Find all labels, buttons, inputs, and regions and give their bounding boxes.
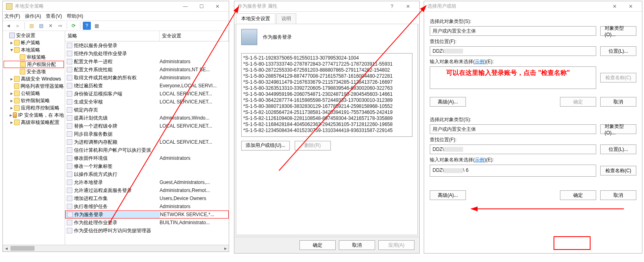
policy-row[interactable]: 修改固件环境值Administrators <box>65 154 229 162</box>
tree-item[interactable]: ▾本地策略 <box>4 46 64 54</box>
scroll-right-icon[interactable]: ▸ <box>222 245 229 252</box>
tree-item[interactable]: ▸应用程序控制策略 <box>4 104 64 111</box>
tree-item[interactable]: ▸帐户策略 <box>4 39 64 46</box>
export-icon[interactable]: ⇨ <box>56 22 64 30</box>
tree-twisty-icon[interactable]: ▸ <box>9 40 14 45</box>
column-policy[interactable]: 策略 <box>65 31 160 41</box>
properties-icon[interactable]: ▦ <box>92 22 100 30</box>
tree-twisty-icon[interactable]: ▸ <box>9 91 14 96</box>
dialog-title: 选择用户或组 <box>427 3 607 10</box>
folder-icon[interactable]: ▧ <box>27 22 35 30</box>
help-button[interactable]: ? <box>384 1 400 12</box>
cancel-button[interactable]: 取消 <box>339 240 375 250</box>
titlebar[interactable]: 作为服务登录 属性 ? ✕ <box>234 1 419 12</box>
object-name-input[interactable]: DDZ\\ 6 <box>430 165 596 177</box>
policy-row[interactable]: 拒绝以服务身份登录 <box>65 41 229 50</box>
menu-view[interactable]: 查看(V) <box>46 13 62 20</box>
tab-description[interactable]: 说明 <box>276 13 296 24</box>
sid-list[interactable]: *S-1-5-21-1928375065-912550113-307995302… <box>241 53 412 137</box>
delete-icon[interactable]: ✕ <box>47 22 55 30</box>
tree-twisty-icon[interactable]: ▾ <box>9 47 14 53</box>
maximize-button[interactable]: ☐ <box>193 1 209 12</box>
menu-action[interactable]: 操作(A) <box>25 13 41 20</box>
policy-row[interactable]: 绕过遍历检查Everyone,LOCAL SERVI... <box>65 82 229 90</box>
add-user-button[interactable]: 添加用户或组(U)... <box>241 141 290 151</box>
tree-label: 帐户策略 <box>21 39 40 46</box>
policy-row[interactable]: 同步目录服务数据 <box>65 130 229 138</box>
help-icon[interactable]: ? <box>83 22 91 30</box>
close-button[interactable]: ✕ <box>400 1 416 12</box>
scroll-thumb[interactable] <box>10 246 35 251</box>
advanced-button[interactable]: 高级(A)... <box>430 97 466 107</box>
column-setting[interactable]: 安全设置 <box>160 31 229 41</box>
policy-row[interactable]: 提高计划优先级Administrators,Windo... <box>65 114 229 122</box>
tree-item[interactable]: ▸公钥策略 <box>4 90 64 97</box>
ok-button[interactable]: 确定 <box>560 190 596 200</box>
tree-item[interactable]: ▸高级审核策略配置 <box>4 119 64 126</box>
policy-row[interactable]: 作为受信任的呼叫方访问凭据管理器 <box>65 227 229 235</box>
object-name-input[interactable]: 可以在这里输入登录账号，点击 "检查名称" <box>430 66 596 89</box>
policy-row[interactable]: 允许本地登录Guest,Administrators,... <box>65 178 229 186</box>
back-icon[interactable]: ◄ <box>4 22 12 30</box>
policy-row[interactable]: 锁定内存页 <box>65 106 229 114</box>
titlebar[interactable]: 本地安全策略 — ☐ ✕ <box>3 1 229 12</box>
policy-row[interactable]: 以操作系统方式执行 <box>65 170 229 178</box>
policy-row[interactable]: 替换一个进程级令牌LOCAL SERVICE,NET... <box>65 122 229 130</box>
tree-item[interactable]: ▸软件限制策略 <box>4 97 64 104</box>
tree-twisty-icon[interactable]: ▸ <box>9 98 14 103</box>
tree-label: 审核策略 <box>27 54 46 61</box>
tree-item[interactable]: ▸高级安全 Windows <box>4 75 64 83</box>
examples-link[interactable]: 示例 <box>475 59 484 64</box>
nav-tree[interactable]: 安全设置▸帐户策略▾本地策略审核策略用户权限分配安全选项▸高级安全 Window… <box>3 31 65 245</box>
policy-row[interactable]: 作为批处理作业登录BUILTIN,Administrato... <box>65 219 229 227</box>
tree-item[interactable]: 用户权限分配 <box>4 61 64 68</box>
tree-twisty-icon[interactable]: ▸ <box>9 112 13 118</box>
scroll-left-icon[interactable]: ◂ <box>3 245 10 252</box>
locations-button[interactable]: 位置(L)... <box>600 144 636 154</box>
policy-row[interactable]: 生成安全审核LOCAL SERVICE,NET... <box>65 98 229 106</box>
policy-row[interactable]: 增加进程工作集Users,Device Owners <box>65 194 229 202</box>
policy-row[interactable]: 为进程调整内存配额LOCAL SERVICE,NET... <box>65 138 229 146</box>
advanced-button[interactable]: 高级(A)... <box>430 190 466 200</box>
tree-twisty-icon[interactable]: ▸ <box>9 120 14 125</box>
tree-item[interactable]: 安全选项 <box>4 68 64 75</box>
horizontal-scrollbar[interactable]: ◂ ▸ <box>3 245 229 252</box>
tree-item[interactable]: 网络列表管理器策略 <box>4 83 64 90</box>
refresh-icon[interactable]: ⟳ <box>70 22 78 30</box>
cancel-button[interactable]: 取消 <box>600 97 636 107</box>
tab-local-security[interactable]: 本地安全设置 <box>236 13 275 24</box>
examples-link[interactable]: 示例 <box>475 157 484 163</box>
object-types-button[interactable]: 对象类型(O)... <box>600 124 636 134</box>
policy-row[interactable]: 修改一个对象标签 <box>65 162 229 170</box>
details-icon[interactable]: ▤ <box>37 22 45 30</box>
policy-row[interactable]: 允许通过远程桌面服务登录Administrators,Remot... <box>65 186 229 194</box>
policy-row[interactable]: 作为服务登录NETWORK SERVICE,*... <box>65 210 229 219</box>
close-button[interactable]: ✕ <box>209 1 226 12</box>
close-button[interactable]: ✕ <box>607 1 623 12</box>
close-button-2[interactable]: ✕ <box>623 1 639 12</box>
policy-row[interactable]: 信任计算机和用户帐户可以执行委派 <box>65 146 229 154</box>
policy-row[interactable]: 身份验证后模拟客户端LOCAL SERVICE,NET... <box>65 90 229 98</box>
object-types-button[interactable]: 对象类型(O)... <box>600 26 636 36</box>
tree-item[interactable]: 审核策略 <box>4 54 64 61</box>
tree-twisty-icon[interactable]: ▸ <box>9 105 14 111</box>
policy-row[interactable]: 取得文件或其他对象的所有权Administrators <box>65 74 229 82</box>
menu-help[interactable]: 帮助(H) <box>67 13 83 20</box>
policy-list[interactable]: 策略 安全设置 拒绝以服务身份登录拒绝作为批处理作业登录配置文件单一进程Admi… <box>65 31 229 245</box>
minimize-button[interactable]: — <box>177 1 193 12</box>
policy-setting: Users,Device Owners <box>160 196 229 201</box>
policy-row[interactable]: 执行卷维护任务Administrators <box>65 202 229 210</box>
ok-button[interactable]: 确定 <box>299 240 336 250</box>
titlebar[interactable]: 选择用户或组 ✕ ✕ <box>424 1 642 12</box>
policy-row[interactable]: 配置文件单一进程Administrators <box>65 58 229 66</box>
tree-twisty-icon[interactable]: ▸ <box>9 76 14 82</box>
forward-icon[interactable]: ► <box>14 22 22 30</box>
policy-row[interactable]: 配置文件系统性能Administrators,NT SE... <box>65 66 229 74</box>
tree-item[interactable]: ▸IP 安全策略，在 本地 <box>4 111 64 119</box>
locations-button[interactable]: 位置(L)... <box>600 46 636 56</box>
cancel-button[interactable]: 取消 <box>600 190 636 200</box>
policy-row[interactable]: 拒绝作为批处理作业登录 <box>65 50 229 58</box>
tree-item[interactable]: 安全设置 <box>4 32 64 39</box>
check-names-button[interactable]: 检查名称(C) <box>600 166 636 175</box>
menu-file[interactable]: 文件(F) <box>4 13 20 20</box>
